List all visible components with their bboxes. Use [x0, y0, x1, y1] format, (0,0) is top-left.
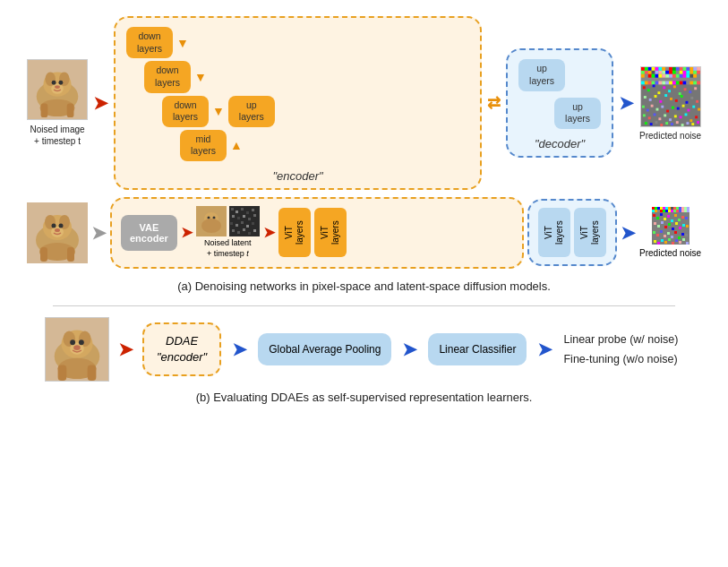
svg-rect-47: [641, 73, 645, 77]
small-dog-img: [196, 206, 227, 236]
svg-rect-180: [657, 207, 660, 210]
svg-rect-13: [641, 67, 645, 71]
svg-rect-234: [678, 236, 681, 239]
dog-image-3: [45, 317, 109, 382]
svg-rect-18: [658, 67, 662, 71]
vit-box-2: ViTlayers: [314, 208, 347, 257]
decoder-label: "decoder": [535, 137, 585, 150]
svg-rect-128: [644, 122, 647, 125]
caption-b: (b) Evaluating DDAEs as self-supervised …: [187, 385, 542, 414]
svg-rect-158: [236, 210, 238, 213]
vae-encoder-box: VAEencoder: [121, 215, 177, 251]
svg-rect-122: [669, 118, 672, 121]
svg-rect-118: [647, 116, 650, 119]
svg-rect-62: [693, 73, 697, 77]
svg-rect-194: [657, 210, 660, 212]
small-dark-img: [229, 206, 260, 236]
svg-rect-55: [669, 73, 672, 77]
svg-rect-170: [246, 225, 249, 228]
svg-rect-27: [689, 67, 693, 71]
arrow-to-linear: ➤: [402, 339, 417, 360]
svg-rect-26: [686, 67, 689, 71]
svg-rect-42: [682, 70, 686, 73]
svg-rect-137: [691, 123, 694, 125]
svg-point-155: [201, 219, 221, 233]
svg-rect-195: [660, 210, 663, 212]
svg-rect-41: [679, 70, 682, 73]
svg-rect-129: [649, 123, 652, 125]
svg-rect-24: [679, 67, 682, 71]
svg-rect-192: [652, 210, 655, 212]
svg-rect-104: [696, 99, 698, 102]
predicted-noise-label: Predicted noise: [639, 131, 701, 141]
svg-rect-106: [646, 108, 648, 111]
svg-rect-72: [665, 81, 669, 84]
svg-rect-110: [666, 109, 669, 112]
svg-rect-164: [243, 215, 245, 218]
predicted-noise-small-label: Predicted noise: [639, 248, 701, 258]
svg-rect-34: [655, 70, 658, 73]
svg-rect-175: [248, 232, 251, 235]
svg-rect-116: [698, 107, 700, 110]
svg-rect-114: [687, 108, 689, 111]
svg-rect-23: [675, 67, 679, 71]
double-arrow: ⇄: [487, 93, 501, 113]
svg-rect-130: [655, 121, 657, 124]
svg-rect-242: [672, 242, 674, 245]
svg-rect-120: [658, 117, 661, 120]
svg-rect-78: [686, 81, 689, 84]
svg-rect-51: [655, 73, 658, 77]
svg-rect-171: [252, 222, 254, 225]
arrow-to-gap: ➤: [232, 339, 247, 360]
svg-rect-183: [665, 207, 668, 210]
svg-rect-85: [652, 84, 655, 87]
svg-rect-10: [41, 104, 48, 118]
svg-point-8: [55, 85, 60, 89]
up-layers-1: uplayers: [228, 96, 275, 127]
svg-rect-241: [668, 238, 671, 241]
svg-rect-113: [681, 104, 684, 107]
svg-rect-49: [647, 73, 651, 77]
svg-rect-76: [679, 81, 682, 84]
svg-rect-46: [697, 70, 700, 73]
svg-rect-127: [695, 116, 698, 118]
svg-rect-222: [672, 228, 674, 230]
svg-rect-178: [652, 207, 655, 210]
svg-rect-218: [657, 225, 660, 228]
svg-rect-257: [58, 365, 67, 382]
gap-block: Global Average Pooling: [258, 333, 391, 366]
svg-rect-212: [671, 219, 673, 222]
svg-rect-15: [647, 67, 651, 71]
svg-rect-190: [684, 207, 687, 210]
svg-rect-134: [675, 121, 678, 124]
noised-image-section: Noised image + timestep t: [27, 59, 88, 147]
svg-rect-75: [675, 81, 679, 84]
svg-rect-66: [644, 81, 647, 84]
result-2: Fine-tuning (w/o noise): [563, 349, 678, 370]
svg-rect-224: [679, 227, 681, 229]
up-layers-mid: uplayers: [554, 98, 601, 129]
svg-rect-215: [681, 216, 684, 219]
svg-rect-105: [642, 105, 645, 107]
svg-rect-199: [671, 210, 673, 212]
svg-rect-214: [678, 219, 681, 221]
dog-image: [27, 59, 88, 120]
svg-rect-189: [681, 207, 684, 210]
svg-rect-38: [669, 70, 672, 73]
mid-layers: midlayers: [180, 130, 227, 161]
svg-rect-100: [674, 99, 677, 101]
svg-rect-71: [662, 81, 665, 84]
svg-rect-150: [67, 247, 74, 262]
svg-point-253: [70, 339, 75, 345]
svg-rect-30: [641, 70, 645, 73]
dog-image-2: [27, 202, 88, 263]
unet-structure: downlayers ▼ downlayers ▼ downlayers ▼ u…: [126, 27, 469, 161]
svg-rect-14: [644, 67, 647, 71]
svg-rect-186: [673, 207, 676, 210]
decoder-inner: uplayers uplayers: [518, 59, 601, 129]
svg-rect-196: [663, 210, 665, 212]
svg-rect-86: [657, 91, 660, 94]
svg-point-153: [207, 217, 210, 219]
svg-rect-125: [684, 113, 687, 116]
svg-rect-203: [681, 210, 684, 212]
